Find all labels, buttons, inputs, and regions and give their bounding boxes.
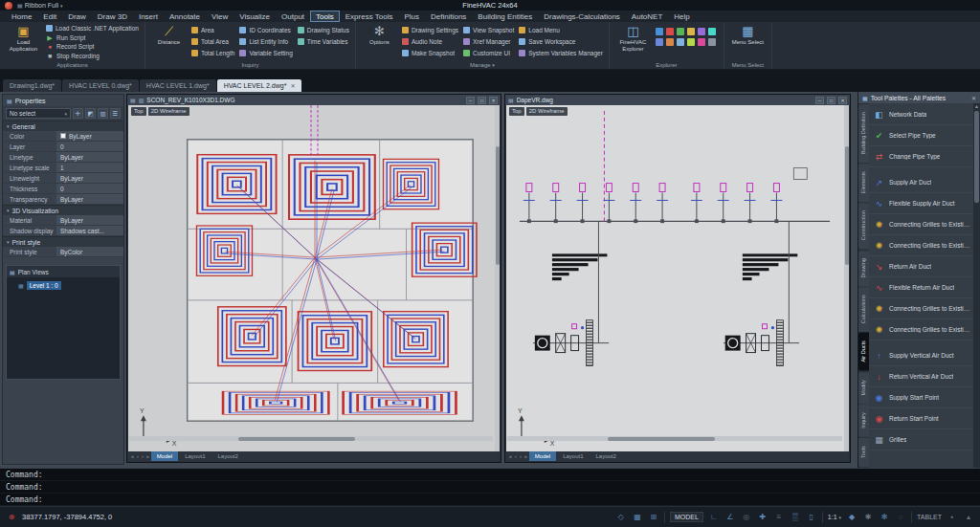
isolate-objects-icon[interactable]: ◌ (895, 513, 906, 521)
drawing-status-button[interactable]: Drawing Status (298, 25, 349, 34)
transparency-icon[interactable]: ▒ (790, 513, 801, 521)
xref-manager-button[interactable]: Xref Manager (463, 36, 514, 46)
graphics-performance-icon[interactable]: ▪ (947, 513, 958, 521)
side-tab-modify[interactable]: Modify (858, 372, 869, 404)
palette-item-change-pipe-type[interactable]: ⇄ Change Pipe Type (869, 146, 973, 167)
audio-note-button[interactable]: Audio Note (402, 36, 458, 46)
select-objects-icon[interactable]: ◩ (85, 108, 96, 119)
maximize-icon[interactable]: □ (827, 97, 835, 104)
autoscale-icon[interactable]: ✱ (862, 513, 874, 521)
options-button[interactable]: ✻ Options (362, 24, 397, 60)
command-window[interactable]: Command: Command: Command: (0, 468, 980, 506)
property-row-material[interactable]: Material ByLayer (3, 215, 123, 226)
ribbon-mode-selector[interactable]: ▤ Ribbon Full ▾ (17, 2, 63, 9)
total-length-button[interactable]: Total Length (191, 48, 234, 57)
viewport-layers-icon[interactable]: ▥ (139, 97, 145, 103)
explorer-tool-icon[interactable] (708, 28, 716, 35)
menu-definitions[interactable]: Definitions (425, 11, 472, 22)
side-tab-tools[interactable]: Tools (858, 438, 869, 467)
list-entity-info-button[interactable]: List Entity Info (239, 36, 292, 46)
menu-tools[interactable]: Tools (310, 11, 340, 22)
toggle-pickadd-icon[interactable]: ✛ (73, 108, 83, 119)
tool-palettes-title-bar[interactable]: ▦ Tool Palettes - All Palettes ✕ (858, 92, 980, 103)
explorer-tool-icon[interactable] (698, 38, 705, 46)
plan-views-level-item[interactable]: ▦ Level 1 : 0 (18, 281, 120, 290)
vertical-scrollbar[interactable] (495, 105, 500, 451)
doc-tab-hvac-level-1[interactable]: HVAC LEVEL 1.dwg* (140, 79, 216, 92)
side-tab-calculations[interactable]: Calculations (858, 287, 869, 332)
ribbon-group-label-applications[interactable]: Applications (0, 61, 145, 69)
load-menu-button[interactable]: Load Menu (519, 25, 603, 34)
variable-setting-button[interactable]: Variable Setting (239, 48, 292, 57)
floor-plan-drawing[interactable]: Y X (128, 105, 500, 451)
palette-item-select-pipe-type[interactable]: ✔ Select Pipe Type (869, 125, 973, 146)
total-area-button[interactable]: Total Area (191, 36, 234, 46)
infer-constraints-icon[interactable]: ◇ (615, 513, 627, 521)
menu-insert[interactable]: Insert (133, 11, 164, 22)
view-control[interactable]: Top (131, 107, 146, 116)
property-row-lineweight[interactable]: Lineweight ByLayer (3, 173, 123, 184)
tab-layout1[interactable]: Layout1 (179, 451, 211, 461)
tab-model[interactable]: Model (151, 451, 178, 461)
palette-item-supply-air-duct[interactable]: ↗ Supply Air Duct (869, 172, 973, 193)
ortho-mode-icon[interactable]: ∟ (708, 513, 720, 521)
property-row-layer[interactable]: Layer 0 (3, 142, 123, 152)
tab-layout2[interactable]: Layout2 (212, 451, 244, 461)
property-row-linetype[interactable]: Linetype ByLayer (3, 152, 123, 163)
visual-style-control[interactable]: 2D Wireframe (526, 107, 568, 116)
palette-item-return-start-point[interactable]: ◉ Return Start Point (869, 408, 973, 429)
annotation-scale-control[interactable]: 1:1 ▾ (828, 514, 841, 520)
floor-plan-canvas[interactable]: Top 2D Wireframe (128, 105, 500, 451)
explorer-tool-icon[interactable] (677, 28, 684, 35)
visual-style-control[interactable]: 2D Wireframe (148, 107, 189, 116)
first-tab-icon[interactable]: « (508, 453, 513, 459)
annotation-visibility-icon[interactable]: ◆ (846, 513, 858, 521)
section-general[interactable]: ▾ General (3, 121, 123, 131)
close-icon[interactable]: ✕ (971, 95, 976, 101)
menu-drawings-calculations[interactable]: Drawings-Calculations (538, 11, 626, 22)
horizontal-scrollbar[interactable] (129, 436, 493, 441)
make-snapshot-button[interactable]: Make Snapshot (402, 48, 458, 57)
ribbon-group-label-inquiry[interactable]: Inquiry (145, 61, 355, 69)
properties-header[interactable]: ▤ Properties (3, 95, 123, 106)
side-tab-air-ducts[interactable]: Air Ducts (858, 333, 869, 371)
doc-tab-hvac-level-2[interactable]: HVAC LEVEL 2.dwg* ✕ (217, 79, 302, 92)
palette-scrollbar[interactable]: ▲ (973, 103, 980, 468)
menu-help[interactable]: Help (668, 11, 695, 22)
ribbon-group-label-menu-select[interactable]: Menu Select (724, 61, 771, 69)
property-row-linetype-scale[interactable]: Linetype scale 1 (3, 163, 123, 173)
explorer-tool-icon[interactable] (698, 28, 705, 35)
property-row-print-style[interactable]: Print style ByColor (3, 247, 123, 257)
load-classic-net-application-button[interactable]: Load Classic .NET Application (46, 24, 139, 33)
palette-item-return-air-duct[interactable]: ↘ Return Air Duct (869, 256, 973, 277)
menu-annotate[interactable]: Annotate (164, 11, 206, 22)
section-print-style[interactable]: ▾ Print style (3, 236, 123, 247)
side-tab-construction[interactable]: Construction (858, 203, 869, 249)
menu-select-button[interactable]: ▦ Menu Select (730, 24, 766, 60)
area-button[interactable]: Area (191, 25, 234, 34)
vertical-scrollbar[interactable] (844, 105, 849, 451)
palette-item-flexible-return-air-duct[interactable]: ∿ Flexible Return Air Duct (869, 277, 973, 298)
property-row-shadow-display[interactable]: Shadow display Shadows cast... (3, 226, 123, 236)
explorer-tool-icon[interactable] (708, 38, 716, 46)
menu-home[interactable]: Home (6, 11, 37, 22)
menu-draw[interactable]: Draw (62, 11, 92, 22)
property-row-color[interactable]: Color ByLayer (3, 131, 123, 142)
tab-layout2[interactable]: Layout2 (590, 451, 622, 461)
viewport1-title-bar[interactable]: ▤ ▥ SCON_REV_K1010X3D1.DWG ─ □ ✕ (127, 95, 501, 105)
menu-building-entities[interactable]: Building Entities (472, 11, 538, 22)
viewport-menu-icon[interactable]: ▤ (130, 97, 136, 103)
grid-display-icon[interactable]: ▦ (632, 513, 643, 521)
palette-item-supply-vertical-air-duct[interactable]: ↑ Supply Vertical Air Duct (869, 345, 973, 366)
tab-layout1[interactable]: Layout1 (557, 451, 589, 461)
plan-views-header[interactable]: ▤ Plan Views (7, 266, 120, 277)
distance-button[interactable]: ⟋ Distance (151, 24, 187, 60)
close-icon[interactable]: ✕ (838, 97, 847, 104)
explorer-tool-icon[interactable] (687, 28, 695, 35)
last-tab-icon[interactable]: » (523, 453, 528, 459)
stop-recording-button[interactable]: ■ Stop Recording (46, 52, 139, 61)
drawing-settings-button[interactable]: Drawing Settings (402, 25, 458, 34)
palette-item-connecting-grilles-1[interactable]: ✺ Connecting Grilles to Existing Duct (869, 214, 973, 235)
property-row-thickness[interactable]: Thickness 0 (3, 184, 123, 194)
palette-item-return-vertical-air-duct[interactable]: ↓ Return Vertical Air Duct (869, 366, 973, 387)
